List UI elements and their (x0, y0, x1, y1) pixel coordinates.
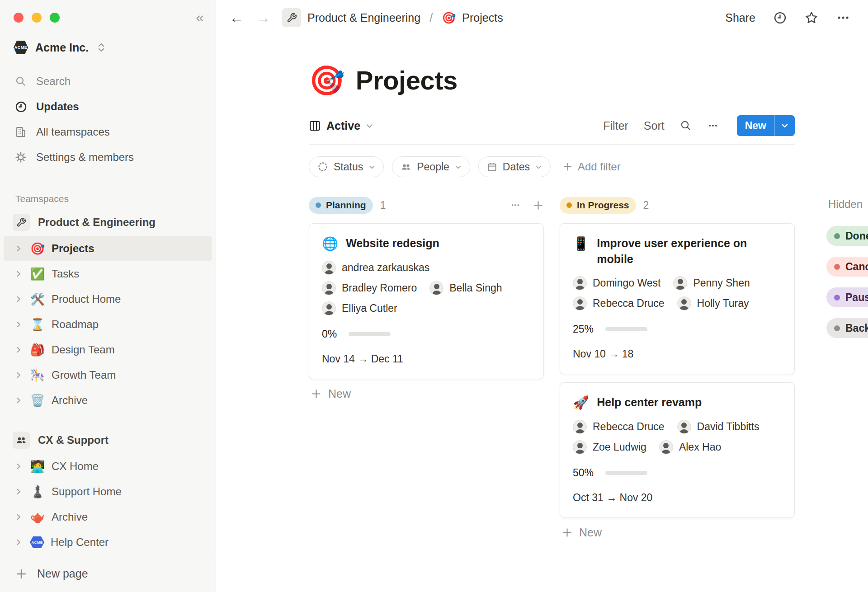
column-actions (510, 200, 544, 211)
column-new-button[interactable]: New (309, 387, 544, 400)
avatar (677, 296, 691, 310)
new-button-dropdown[interactable] (775, 122, 795, 130)
sidebar-item-tasks[interactable]: ✅ Tasks (4, 261, 212, 287)
building-icon (14, 126, 27, 138)
sidebar-item-archive-cx[interactable]: 🫖 Archive (4, 504, 212, 530)
sidebar-item-label: Updates (36, 100, 79, 113)
new-page-button[interactable]: New page (0, 555, 216, 592)
sidebar-item-product-home[interactable]: 🛠️ Product Home (4, 287, 212, 312)
page-title: 🎯 Projects (309, 65, 868, 95)
view-controls: Active Filter Sort New (309, 115, 795, 145)
window-close-button[interactable] (14, 13, 24, 23)
project-card-help-center-revamp[interactable]: 🚀 Help center revamp Rebecca Druce David… (560, 382, 795, 518)
back-arrow-icon[interactable]: ← (230, 11, 244, 25)
hidden-group-done[interactable]: Done (826, 226, 868, 246)
teamspace-cx-support[interactable]: CX & Support (0, 427, 216, 454)
sidebar-item-archive-pe[interactable]: 🗑️ Archive (4, 388, 212, 413)
sidebar-item-updates[interactable]: Updates (0, 94, 216, 119)
chevron-right-icon[interactable] (14, 321, 24, 328)
share-button[interactable]: Share (725, 11, 755, 24)
workspace-switcher[interactable]: ACME Acme Inc. (10, 38, 211, 57)
new-label: New (579, 526, 602, 539)
plus-icon (562, 161, 573, 172)
column-add-icon[interactable] (533, 200, 544, 211)
window-minimize-button[interactable] (32, 13, 42, 23)
sidebar-item-settings[interactable]: Settings & members (0, 145, 216, 170)
view-name: Active (326, 119, 360, 132)
breadcrumb-item-parent[interactable]: Product & Engineering (282, 8, 420, 27)
history-clock-icon[interactable] (774, 11, 787, 24)
avatar (673, 276, 687, 290)
sort-button[interactable]: Sort (644, 119, 665, 132)
chevron-right-icon[interactable] (14, 539, 24, 546)
sidebar-item-label: Archive (52, 511, 88, 523)
card-title-text: Improve user experience on mobile (597, 235, 782, 267)
favorite-star-icon[interactable] (805, 11, 818, 24)
hidden-group-paused[interactable]: Paused (826, 287, 868, 307)
avatar (573, 420, 587, 434)
avatar (322, 301, 336, 315)
column-header: In Progress 2 (560, 196, 795, 214)
sidebar-item-cx-home[interactable]: 🧑‍💻 CX Home (4, 454, 212, 479)
forward-arrow-icon[interactable]: → (256, 11, 270, 25)
sidebar-item-roadmap[interactable]: ⌛ Roadmap (4, 312, 212, 337)
person-chip: Elliya Cutler (322, 301, 397, 315)
chevron-right-icon[interactable] (14, 513, 24, 521)
new-button[interactable]: New (737, 115, 795, 136)
column-new-button[interactable]: New (560, 526, 795, 539)
filter-chip-dates[interactable]: Dates (478, 156, 551, 177)
chevron-right-icon[interactable] (14, 397, 24, 404)
sidebar-collapse-icon[interactable]: « (196, 10, 204, 24)
filter-chip-people[interactable]: People (392, 156, 470, 177)
sidebar-item-label: Help Center (51, 536, 108, 549)
status-pill-in-progress[interactable]: In Progress (560, 197, 636, 214)
sidebar-item-projects[interactable]: 🎯 Projects (4, 236, 212, 261)
avatar (659, 440, 673, 454)
more-options-icon[interactable] (707, 120, 719, 132)
new-button-label[interactable]: New (737, 120, 774, 132)
sidebar-item-search[interactable]: Search (0, 69, 216, 94)
view-tab-active[interactable]: Active (309, 119, 373, 132)
page-content: 🎯 Projects Active Filter Sort (216, 35, 868, 592)
person-chip: Domingo West (573, 276, 660, 290)
status-label: Done (845, 230, 868, 242)
status-pill-planning[interactable]: Planning (309, 197, 373, 214)
window-zoom-button[interactable] (50, 13, 60, 23)
sidebar-item-support-home[interactable]: ♟️ Support Home (4, 479, 212, 504)
card-title-text: Website redesign (346, 235, 439, 252)
card-progress: 50% (573, 467, 782, 479)
chevron-right-icon[interactable] (14, 346, 24, 353)
chevron-right-icon[interactable] (14, 270, 24, 277)
person-chip: Penny Shen (673, 276, 750, 290)
project-card-improve-ux-mobile[interactable]: 📱 Improve user experience on mobile Domi… (560, 223, 795, 374)
column-more-icon[interactable] (510, 200, 521, 211)
filter-chip-status[interactable]: Status (309, 156, 384, 177)
sidebar-item-help-center[interactable]: ACME Help Center (4, 530, 212, 555)
chevron-right-icon[interactable] (14, 488, 24, 495)
target-emoji[interactable]: 🎯 (309, 66, 345, 95)
hidden-group-backlog[interactable]: Backlog (826, 318, 868, 338)
chevron-right-icon[interactable] (14, 296, 24, 303)
filter-chips: Status People Dates Add filter (309, 156, 868, 177)
person-chip: Alex Hao (659, 440, 721, 454)
filter-button[interactable]: Filter (603, 119, 628, 132)
chevron-right-icon[interactable] (14, 463, 24, 470)
sidebar-item-design-team[interactable]: 🎒 Design Team (4, 337, 212, 362)
column-count: 1 (380, 199, 386, 211)
teamspace-product-engineering[interactable]: Product & Engineering (0, 209, 216, 236)
rocket-emoji: 🚀 (573, 395, 589, 411)
card-people: Rebecca Druce David Tibbitts Zoe Ludwig … (573, 420, 782, 454)
more-options-icon[interactable] (836, 11, 850, 24)
hidden-group-cancelled[interactable]: Cancelled (826, 257, 868, 277)
search-icon[interactable] (680, 120, 692, 132)
person-chip: Bella Singh (429, 281, 502, 295)
sidebar-item-growth-team[interactable]: 🎠 Growth Team (4, 362, 212, 388)
sidebar-item-all-teamspaces[interactable]: All teamspaces (0, 119, 216, 145)
project-card-website-redesign[interactable]: 🌐 Website redesign andrea zarkauskas Bra… (309, 223, 544, 379)
breadcrumb-item-current[interactable]: 🎯 Projects (442, 11, 503, 24)
add-filter-button[interactable]: Add filter (562, 160, 621, 173)
page-title-text[interactable]: Projects (356, 65, 458, 95)
workspace-name: Acme Inc. (35, 41, 89, 54)
chevron-right-icon[interactable] (14, 371, 24, 379)
chevron-right-icon[interactable] (14, 245, 24, 252)
